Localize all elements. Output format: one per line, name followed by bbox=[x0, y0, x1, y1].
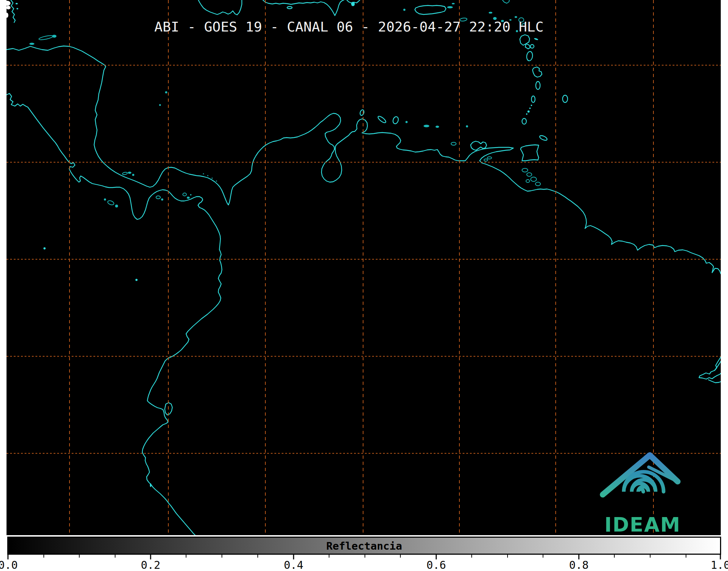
map-canvas: IDEAM bbox=[0, 0, 728, 535]
los-testigos-island bbox=[466, 125, 468, 127]
san-andres-island bbox=[159, 104, 161, 106]
mona-island bbox=[403, 9, 405, 11]
satellite-image-viewer: IDEAM ABI - GOES 19 - CANAL 06 - 2026-04… bbox=[0, 0, 728, 571]
colorbar-tick-0-4: 0.4 bbox=[284, 560, 303, 571]
colorbar-tick-0-2: 0.2 bbox=[141, 560, 160, 571]
colorbar-tick-0-6: 0.6 bbox=[426, 560, 446, 571]
map-data-area bbox=[7, 0, 721, 535]
utila-island bbox=[29, 43, 34, 45]
peru-islet bbox=[150, 483, 151, 487]
colorbar-tick-0: 0.0 bbox=[0, 560, 18, 571]
cocos-island bbox=[43, 247, 46, 249]
malpelo-island bbox=[135, 279, 138, 281]
colorbar-axis bbox=[0, 555, 728, 562]
colorbar-tick-1: 1.0 bbox=[711, 560, 728, 571]
culebra-island bbox=[452, 3, 455, 4]
vieques-island bbox=[447, 6, 453, 8]
colorbar-label: Reflectancia bbox=[8, 541, 720, 551]
image-title: ABI - GOES 19 - CANAL 06 - 2026-04-27 22… bbox=[154, 20, 543, 34]
colorbar-tick-0-8: 0.8 bbox=[569, 560, 589, 571]
logo-text: IDEAM bbox=[605, 513, 681, 535]
colorbar: Reflectancia bbox=[7, 537, 721, 555]
beata-island bbox=[351, 2, 355, 6]
guanaja-island bbox=[52, 35, 56, 38]
providencia-island bbox=[165, 91, 167, 93]
